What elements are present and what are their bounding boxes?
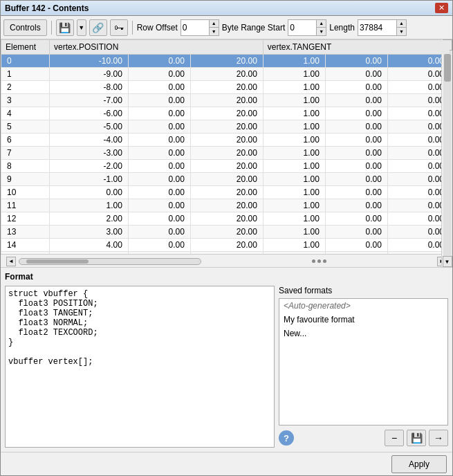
table-cell: -9.00 bbox=[50, 68, 129, 81]
table-row[interactable]: 133.000.0020.001.000.000.00 bbox=[1, 226, 450, 239]
saved-formats-label: Saved formats bbox=[279, 286, 448, 295]
table-cell: 20.00 bbox=[190, 226, 263, 239]
table-row[interactable]: 5-5.000.0020.001.000.000.00 bbox=[1, 120, 450, 134]
byte-range-input[interactable] bbox=[288, 20, 316, 35]
format-label: Format bbox=[5, 272, 448, 282]
link-icon-button[interactable]: 🔗 bbox=[89, 19, 107, 36]
table-cell: 0.00 bbox=[128, 120, 190, 134]
table-cell: -1.00 bbox=[50, 173, 129, 186]
table-cell: 12 bbox=[1, 212, 50, 226]
vertical-scrollbar[interactable]: ▲ ▼ bbox=[441, 39, 452, 267]
byte-range-up[interactable]: ▲ bbox=[317, 20, 326, 28]
saved-format-item[interactable]: My favourite format bbox=[279, 313, 447, 327]
table-cell: 1.00 bbox=[263, 94, 325, 107]
table-row[interactable]: 122.000.0020.001.000.000.00 bbox=[1, 212, 450, 226]
saved-format-item[interactable]: <Auto-generated> bbox=[279, 299, 447, 313]
table-cell: 0.00 bbox=[387, 173, 450, 186]
table-cell: 0.00 bbox=[128, 239, 190, 252]
length-down[interactable]: ▼ bbox=[397, 28, 406, 35]
save-dropdown-button[interactable]: ▼ bbox=[77, 19, 86, 36]
help-button[interactable]: ? bbox=[279, 430, 294, 446]
table-cell: 11 bbox=[1, 199, 50, 212]
table-row[interactable]: 8-2.000.0020.001.000.000.00 bbox=[1, 160, 450, 173]
hscroll-bar[interactable]: ◄ ► bbox=[1, 254, 452, 268]
table-cell: 0.00 bbox=[387, 55, 450, 68]
byte-range-spinbox[interactable]: ▲ ▼ bbox=[288, 19, 326, 36]
row-offset-up[interactable]: ▲ bbox=[210, 20, 219, 28]
save-format-button[interactable]: 💾 bbox=[407, 430, 426, 446]
table-row[interactable]: 155.000.0020.001.000.000.00 bbox=[1, 252, 450, 255]
table-cell: 20.00 bbox=[190, 186, 263, 199]
table-cell: 20.00 bbox=[190, 94, 263, 107]
apply-button[interactable]: Apply bbox=[391, 455, 447, 473]
hscroll-track[interactable] bbox=[19, 258, 201, 265]
table-row[interactable]: 4-6.000.0020.001.000.000.00 bbox=[1, 107, 450, 120]
byte-range-down[interactable]: ▼ bbox=[317, 28, 326, 35]
table-cell: 0.00 bbox=[128, 199, 190, 212]
table-row[interactable]: 111.000.0020.001.000.000.00 bbox=[1, 199, 450, 212]
table-cell: 1.00 bbox=[263, 212, 325, 226]
table-cell: 1.00 bbox=[263, 107, 325, 120]
main-window: Buffer 142 - Contents ✕ Controls 💾 ▼ 🔗 🗝… bbox=[0, 0, 453, 476]
table-cell: 0.00 bbox=[128, 55, 190, 68]
length-spinbox[interactable]: ▲ ▼ bbox=[358, 19, 407, 36]
table-cell: 1.00 bbox=[50, 199, 129, 212]
dot-2 bbox=[317, 259, 321, 263]
row-offset-spinbox[interactable]: ▲ ▼ bbox=[181, 19, 219, 36]
table-row[interactable]: 0-10.000.0020.001.000.000.00 bbox=[1, 55, 450, 68]
table-cell: 20.00 bbox=[190, 173, 263, 186]
scroll-thumb[interactable] bbox=[444, 54, 451, 82]
table-cell: 1.00 bbox=[263, 239, 325, 252]
table-cell: 0.00 bbox=[325, 252, 387, 255]
table-cell: 0.00 bbox=[387, 226, 450, 239]
save-icon-button[interactable]: 💾 bbox=[56, 19, 74, 36]
table-cell: 0.00 bbox=[325, 186, 387, 199]
table-cell: 13 bbox=[1, 226, 50, 239]
table-cell: 0.00 bbox=[325, 226, 387, 239]
toolbar: Controls 💾 ▼ 🔗 🗝 Row Offset ▲ ▼ Byte Ran… bbox=[1, 16, 452, 39]
table-cell: 20.00 bbox=[190, 239, 263, 252]
table-row[interactable]: 2-8.000.0020.001.000.000.00 bbox=[1, 81, 450, 94]
table-row[interactable]: 100.000.0020.001.000.000.00 bbox=[1, 186, 450, 199]
table-cell: -6.00 bbox=[50, 107, 129, 120]
table-cell: 0.00 bbox=[325, 55, 387, 68]
table-cell: 5 bbox=[1, 120, 50, 134]
saved-format-item[interactable]: New... bbox=[279, 327, 447, 340]
scroll-track[interactable] bbox=[443, 51, 452, 256]
row-offset-input[interactable] bbox=[181, 20, 209, 35]
table-cell: 0.00 bbox=[325, 120, 387, 134]
length-up[interactable]: ▲ bbox=[397, 20, 406, 28]
table-row[interactable]: 9-1.000.0020.001.000.000.00 bbox=[1, 173, 450, 186]
table-cell: 0.00 bbox=[387, 134, 450, 147]
table-row[interactable]: 6-4.000.0020.001.000.000.00 bbox=[1, 134, 450, 147]
scroll-down-button[interactable]: ▼ bbox=[443, 256, 452, 267]
minus-icon: − bbox=[391, 432, 397, 443]
table-cell: 20.00 bbox=[190, 199, 263, 212]
saved-formats-list[interactable]: <Auto-generated>My favourite formatNew..… bbox=[279, 298, 448, 425]
table-cell: 0.00 bbox=[325, 199, 387, 212]
link-icon: 🔗 bbox=[92, 22, 104, 33]
close-button[interactable]: ✕ bbox=[435, 3, 448, 13]
window-title: Buffer 142 - Contents bbox=[5, 3, 89, 13]
table-row[interactable]: 3-7.000.0020.001.000.000.00 bbox=[1, 94, 450, 107]
table-cell: 1.00 bbox=[263, 199, 325, 212]
delete-format-button[interactable]: − bbox=[385, 430, 404, 446]
key-icon-button[interactable]: 🗝 bbox=[110, 19, 128, 36]
table-cell: 0.00 bbox=[387, 239, 450, 252]
table-cell: -4.00 bbox=[50, 134, 129, 147]
table-row[interactable]: 1-9.000.0020.001.000.000.00 bbox=[1, 68, 450, 81]
hscroll-left-button[interactable]: ◄ bbox=[6, 257, 16, 266]
table-cell: 0.00 bbox=[325, 94, 387, 107]
table-row[interactable]: 7-3.000.0020.001.000.000.00 bbox=[1, 147, 450, 160]
table-row[interactable]: 144.000.0020.001.000.000.00 bbox=[1, 239, 450, 252]
format-content: Saved formats <Auto-generated>My favouri… bbox=[5, 286, 448, 448]
table-cell: 1.00 bbox=[263, 55, 325, 68]
length-input[interactable] bbox=[358, 20, 396, 35]
table-container[interactable]: Element vertex.POSITION vertex.TANGENT 0… bbox=[1, 39, 452, 254]
row-offset-down[interactable]: ▼ bbox=[210, 28, 219, 35]
table-cell: 0.00 bbox=[128, 212, 190, 226]
format-code-editor[interactable] bbox=[5, 286, 275, 448]
export-format-button[interactable]: → bbox=[429, 430, 448, 446]
controls-button[interactable]: Controls bbox=[3, 19, 47, 36]
element-header: Element bbox=[1, 40, 50, 55]
